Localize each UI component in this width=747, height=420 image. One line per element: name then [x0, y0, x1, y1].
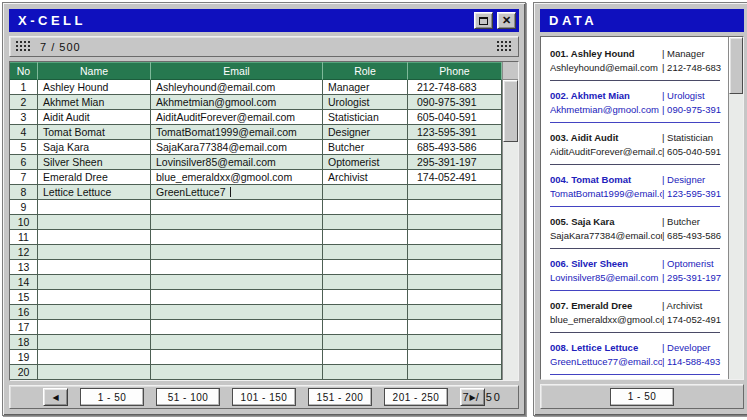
name-cell[interactable] — [38, 335, 151, 350]
role-cell[interactable]: Statistician — [323, 110, 408, 125]
row-number-cell[interactable]: 16 — [10, 305, 38, 320]
list-item[interactable]: 001. Ashley Hound| ManagerAshleyhound@em… — [550, 47, 720, 81]
column-header-role[interactable]: Role — [323, 62, 408, 80]
name-cell[interactable] — [38, 305, 151, 320]
phone-cell[interactable] — [408, 200, 502, 215]
table-scrollbar[interactable] — [502, 62, 518, 380]
phone-cell[interactable] — [408, 305, 502, 320]
email-cell[interactable] — [151, 305, 323, 320]
role-cell[interactable]: Archivist — [323, 170, 408, 185]
row-number-cell[interactable]: 5 — [10, 140, 38, 155]
page-range-button[interactable]: 51 - 100 — [156, 388, 220, 406]
email-cell[interactable]: Akhmetmian@gmool.com — [151, 95, 323, 110]
close-button[interactable]: ✕ — [497, 12, 516, 29]
name-cell[interactable]: Emerald Dree — [38, 170, 151, 185]
list-item[interactable]: 007. Emerald Dree| Archivistblue_emerald… — [550, 299, 720, 333]
prev-page-button[interactable]: ◀ — [43, 388, 68, 406]
phone-cell[interactable] — [408, 185, 502, 200]
list-item[interactable]: 004. Tomat Bomat| DesignerTomatBomat1999… — [550, 173, 720, 207]
email-cell[interactable] — [151, 230, 323, 245]
email-cell[interactable]: blue_emeraldxx@gmool.com — [151, 170, 323, 185]
data-scrollbar-thumb[interactable] — [729, 37, 743, 94]
data-scrollbar-track[interactable] — [728, 37, 743, 379]
phone-cell[interactable]: 212-748-683 — [408, 80, 502, 95]
column-header-no[interactable]: No — [10, 62, 38, 80]
phone-cell[interactable]: 174-052-491 — [408, 170, 502, 185]
email-cell[interactable]: TomatBomat1999@email.com — [151, 125, 323, 140]
row-number-cell[interactable]: 3 — [10, 110, 38, 125]
list-item[interactable]: 002. Akhmet Mian| UrologistAkhmetmian@gm… — [550, 89, 720, 123]
name-cell[interactable] — [38, 350, 151, 365]
email-cell[interactable] — [151, 245, 323, 260]
email-cell[interactable]: Lovinsilver85@email.com — [151, 155, 323, 170]
role-cell[interactable] — [323, 230, 408, 245]
row-number-cell[interactable]: 10 — [10, 215, 38, 230]
data-titlebar[interactable]: DATA — [540, 9, 744, 32]
role-cell[interactable] — [323, 275, 408, 290]
email-cell[interactable]: AiditAuditForever@email.com — [151, 110, 323, 125]
phone-cell[interactable] — [408, 275, 502, 290]
role-cell[interactable] — [323, 200, 408, 215]
phone-cell[interactable] — [408, 215, 502, 230]
row-number-cell[interactable]: 14 — [10, 275, 38, 290]
page-range-button[interactable]: 201 - 250 — [384, 388, 448, 406]
name-cell[interactable]: Silver Sheen — [38, 155, 151, 170]
email-cell[interactable] — [151, 200, 323, 215]
name-cell[interactable]: Ashley Hound — [38, 80, 151, 95]
email-cell[interactable] — [151, 320, 323, 335]
name-cell[interactable]: Lettice Lettuce — [38, 185, 151, 200]
email-cell[interactable] — [151, 290, 323, 305]
name-cell[interactable] — [38, 200, 151, 215]
phone-cell[interactable] — [408, 230, 502, 245]
name-cell[interactable]: Akhmet Mian — [38, 95, 151, 110]
phone-cell[interactable] — [408, 290, 502, 305]
name-cell[interactable] — [38, 230, 151, 245]
row-number-cell[interactable]: 11 — [10, 230, 38, 245]
name-cell[interactable] — [38, 320, 151, 335]
list-item[interactable]: 008. Lettice Lettuce| DeveloperGreenLett… — [550, 341, 720, 375]
row-number-cell[interactable]: 13 — [10, 260, 38, 275]
phone-cell[interactable] — [408, 245, 502, 260]
column-header-phone[interactable]: Phone — [408, 62, 502, 80]
phone-cell[interactable] — [408, 335, 502, 350]
name-cell[interactable]: Tomat Bomat — [38, 125, 151, 140]
row-number-cell[interactable]: 17 — [10, 320, 38, 335]
phone-cell[interactable]: 295-391-197 — [408, 155, 502, 170]
role-cell[interactable]: Manager — [323, 80, 408, 95]
name-cell[interactable]: Aidit Audit — [38, 110, 151, 125]
role-cell[interactable] — [323, 305, 408, 320]
email-cell[interactable] — [151, 335, 323, 350]
role-cell[interactable]: Designer — [323, 125, 408, 140]
role-cell[interactable] — [323, 185, 408, 200]
row-number-cell[interactable]: 4 — [10, 125, 38, 140]
name-cell[interactable] — [38, 215, 151, 230]
email-cell[interactable] — [151, 350, 323, 365]
name-cell[interactable] — [38, 260, 151, 275]
name-cell[interactable] — [38, 365, 151, 380]
phone-cell[interactable] — [408, 260, 502, 275]
phone-cell[interactable]: 090-975-391 — [408, 95, 502, 110]
phone-cell[interactable]: 685-493-586 — [408, 140, 502, 155]
role-cell[interactable] — [323, 290, 408, 305]
name-cell[interactable] — [38, 290, 151, 305]
email-cell[interactable] — [151, 215, 323, 230]
name-cell[interactable] — [38, 245, 151, 260]
role-cell[interactable]: Urologist — [323, 95, 408, 110]
row-number-cell[interactable]: 19 — [10, 350, 38, 365]
row-number-cell[interactable]: 9 — [10, 200, 38, 215]
row-number-cell[interactable]: 6 — [10, 155, 38, 170]
row-number-cell[interactable]: 1 — [10, 80, 38, 95]
scrollbar-thumb[interactable] — [503, 80, 518, 142]
name-cell[interactable] — [38, 275, 151, 290]
email-cell[interactable] — [151, 365, 323, 380]
grid-handle-icon-left[interactable] — [16, 41, 31, 52]
row-number-cell[interactable]: 15 — [10, 290, 38, 305]
page-range-button[interactable]: 1 - 50 — [80, 388, 144, 406]
row-number-cell[interactable]: 18 — [10, 335, 38, 350]
column-header-name[interactable]: Name — [38, 62, 151, 80]
maximize-button[interactable] — [474, 12, 493, 29]
list-item[interactable]: 006. Silver Sheen| OptomeristLovinsilver… — [550, 257, 720, 291]
phone-cell[interactable] — [408, 350, 502, 365]
xcell-titlebar[interactable]: X-CELL ✕ — [9, 9, 519, 32]
role-cell[interactable] — [323, 365, 408, 380]
